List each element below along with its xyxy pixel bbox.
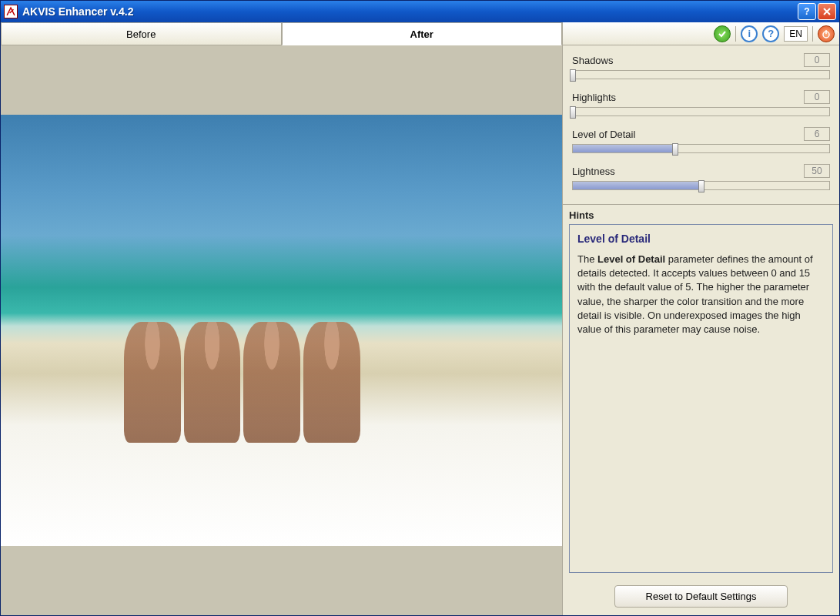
param-head: Lightness50 [572, 164, 830, 178]
separator [812, 26, 813, 42]
right-pane: i ? EN Shadows0Highlights0Level of Detai… [563, 22, 839, 615]
param-label: Shadows [572, 55, 613, 66]
param-head: Shadows0 [572, 53, 830, 67]
hint-text: The [577, 253, 597, 265]
image-content [124, 322, 360, 443]
hints-box: Level of Detail The Level of Detail para… [569, 224, 833, 573]
apply-icon[interactable] [714, 25, 731, 42]
hint-bold: Level of Detail [597, 253, 665, 265]
slider-thumb[interactable] [698, 180, 704, 192]
toolbar: i ? EN [563, 22, 839, 45]
param-row: Shadows0 [572, 53, 830, 79]
slider-fill [573, 182, 701, 189]
param-value[interactable]: 50 [804, 164, 830, 178]
figure [124, 322, 181, 443]
figure [184, 322, 241, 443]
figure [303, 322, 360, 443]
info-icon[interactable]: i [741, 25, 758, 42]
tab-after[interactable]: After [282, 22, 563, 45]
content: Before After i [1, 22, 839, 615]
param-value[interactable]: 6 [804, 127, 830, 141]
slider-thumb[interactable] [672, 143, 678, 156]
param-label: Level of Detail [572, 129, 635, 140]
reset-area: Reset to Default Settings [563, 578, 839, 615]
preview-image [1, 115, 562, 546]
tabs: Before After [1, 22, 562, 45]
titlebar-buttons: ? [798, 3, 836, 20]
param-value[interactable]: 0 [804, 90, 830, 104]
param-head: Level of Detail6 [572, 127, 830, 141]
hint-body: The Level of Detail parameter defines th… [577, 253, 825, 336]
hints-section: Hints Level of Detail The Level of Detai… [563, 205, 839, 578]
app-window: AKVIS Enhancer v.4.2 ? Before After [0, 0, 840, 616]
param-label: Highlights [572, 92, 616, 103]
power-icon[interactable] [818, 25, 835, 42]
slider[interactable] [572, 144, 830, 153]
param-row: Level of Detail6 [572, 127, 830, 153]
hints-title: Hints [569, 209, 833, 221]
param-head: Highlights0 [572, 90, 830, 104]
parameters-panel: Shadows0Highlights0Level of Detail6Light… [563, 45, 839, 205]
param-label: Lightness [572, 166, 615, 177]
figure [243, 322, 300, 443]
titlebar: AKVIS Enhancer v.4.2 ? [1, 1, 839, 22]
reset-button[interactable]: Reset to Default Settings [614, 585, 788, 608]
left-pane: Before After [1, 22, 563, 615]
help-icon[interactable]: ? [762, 25, 779, 42]
slider-fill [573, 145, 675, 152]
language-button[interactable]: EN [784, 26, 808, 42]
titlebar-close-button[interactable] [818, 3, 836, 20]
separator [735, 26, 736, 42]
param-row: Highlights0 [572, 90, 830, 116]
hint-text: parameter defines the amount of details … [577, 253, 813, 335]
slider[interactable] [572, 181, 830, 190]
param-value[interactable]: 0 [804, 53, 830, 67]
image-viewport[interactable] [1, 45, 562, 615]
app-icon [4, 5, 18, 18]
slider-thumb[interactable] [570, 106, 576, 119]
titlebar-help-button[interactable]: ? [798, 3, 816, 20]
slider[interactable] [572, 107, 830, 116]
slider[interactable] [572, 70, 830, 79]
window-title: AKVIS Enhancer v.4.2 [22, 5, 798, 18]
slider-thumb[interactable] [570, 69, 576, 82]
tab-before[interactable]: Before [1, 22, 282, 45]
param-row: Lightness50 [572, 164, 830, 190]
hint-heading: Level of Detail [577, 233, 825, 245]
